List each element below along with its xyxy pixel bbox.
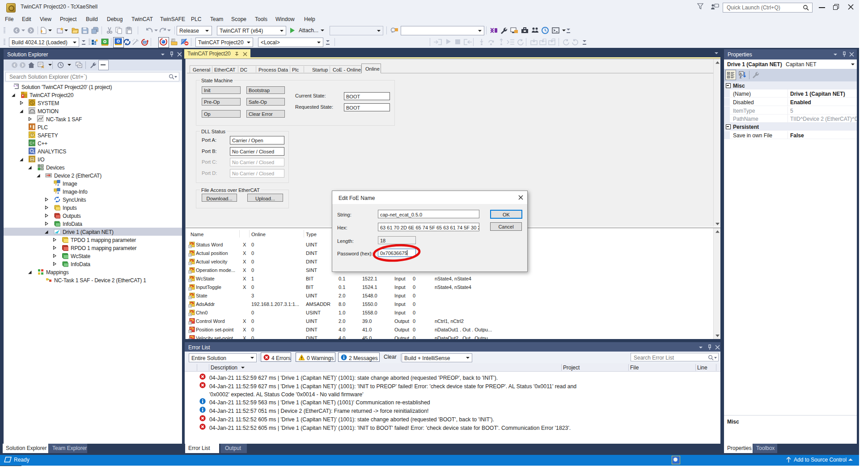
svg-text:A: A [740,72,742,75]
svg-text:Z: Z [740,76,742,79]
svg-text:C+: C+ [30,141,34,145]
